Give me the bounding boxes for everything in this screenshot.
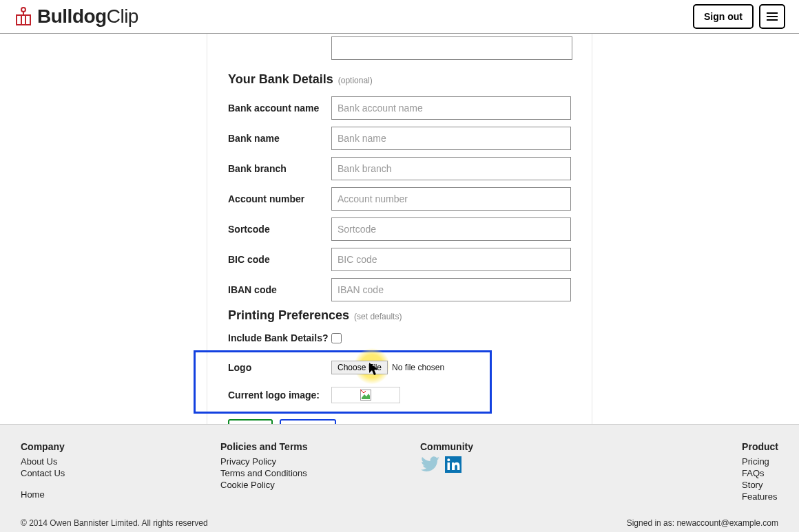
sign-out-button[interactable]: Sign out <box>693 4 754 29</box>
footer-product-heading: Product <box>742 441 778 452</box>
main-content: Your Bank Details (optional) Bank accoun… <box>0 34 799 457</box>
svg-point-7 <box>447 458 450 461</box>
prev-field-input[interactable] <box>331 36 572 60</box>
header: BulldogClip Sign out <box>0 0 799 34</box>
settings-card: Your Bank Details (optional) Bank accoun… <box>207 34 592 457</box>
footer-policies-heading: Policies and Terms <box>220 441 420 452</box>
input-bank-branch[interactable] <box>331 157 571 180</box>
label-sortcode: Sortcode <box>228 224 331 235</box>
footer-link-terms[interactable]: Terms and Conditions <box>220 468 420 478</box>
footer-link-home[interactable]: Home <box>21 489 220 500</box>
svg-rect-1 <box>17 15 21 25</box>
brand-light: Clip <box>107 6 138 28</box>
brand-logo[interactable]: BulldogClip <box>14 6 138 28</box>
footer-link-features[interactable]: Features <box>742 491 778 502</box>
copyright-text: © 2014 Owen Bannister Limited. All right… <box>21 518 208 528</box>
footer-community-heading: Community <box>420 441 620 452</box>
file-status-text: No file chosen <box>392 363 444 372</box>
printing-section-title: Printing Preferences (set defaults) <box>228 308 571 323</box>
printing-title-text: Printing Preferences <box>228 308 349 322</box>
label-current-logo: Current logo image: <box>228 390 331 401</box>
label-bank-account-name: Bank account name <box>228 103 331 114</box>
choose-file-button[interactable]: Choose File <box>331 361 388 374</box>
footer: Company About Us Contact Us Home Policie… <box>0 424 799 532</box>
svg-point-0 <box>21 8 25 12</box>
svg-rect-6 <box>448 462 450 470</box>
input-account-number[interactable] <box>331 187 571 211</box>
twitter-icon[interactable] <box>420 456 439 473</box>
label-bank-branch: Bank branch <box>228 163 331 174</box>
current-logo-image <box>331 387 400 403</box>
footer-link-story[interactable]: Story <box>742 480 778 490</box>
footer-col-policies: Policies and Terms Privacy Policy Terms … <box>220 441 420 503</box>
row-sortcode: Sortcode <box>228 217 571 241</box>
footer-col-community: Community <box>420 441 620 503</box>
footer-link-pricing[interactable]: Pricing <box>742 456 778 467</box>
input-bank-account-name[interactable] <box>331 96 571 120</box>
row-account-number: Account number <box>228 187 571 211</box>
hamburger-icon <box>767 12 778 21</box>
input-sortcode[interactable] <box>331 217 571 241</box>
menu-button[interactable] <box>759 4 785 29</box>
input-iban[interactable] <box>331 278 571 301</box>
label-iban: IBAN code <box>228 284 331 295</box>
footer-link-faqs[interactable]: FAQs <box>742 468 778 478</box>
header-actions: Sign out <box>693 4 785 29</box>
bank-title-hint: (optional) <box>338 76 373 85</box>
label-account-number: Account number <box>228 193 331 204</box>
footer-columns: Company About Us Contact Us Home Policie… <box>21 441 778 503</box>
checkbox-include-bank[interactable] <box>331 333 342 343</box>
footer-link-privacy[interactable]: Privacy Policy <box>220 456 420 467</box>
bank-title-text: Your Bank Details <box>228 72 333 86</box>
row-logo-upload: Logo Choose File No file chosen <box>228 361 490 374</box>
row-bank-branch: Bank branch <box>228 157 571 180</box>
bank-section-title: Your Bank Details (optional) <box>228 72 571 87</box>
input-bic[interactable] <box>331 248 571 271</box>
input-bank-name[interactable] <box>331 127 571 150</box>
social-icons <box>420 456 620 473</box>
row-current-logo: Current logo image: <box>228 387 490 403</box>
signed-in-text: Signed in as: newaccount@example.com <box>627 518 778 528</box>
label-bank-name: Bank name <box>228 133 331 144</box>
footer-bottom: © 2014 Owen Bannister Limited. All right… <box>21 518 778 528</box>
brand-bold: Bulldog <box>37 6 107 28</box>
svg-rect-3 <box>25 15 30 25</box>
row-bic: BIC code <box>228 248 571 271</box>
printing-title-hint: (set defaults) <box>354 312 402 321</box>
label-bic: BIC code <box>228 254 331 265</box>
file-chooser: Choose File No file chosen <box>331 361 444 374</box>
footer-col-product: Product Pricing FAQs Story Features <box>742 441 778 503</box>
linkedin-icon[interactable] <box>445 456 461 473</box>
footer-col-company: Company About Us Contact Us Home <box>21 441 220 503</box>
footer-link-contact[interactable]: Contact Us <box>21 468 220 478</box>
footer-link-about[interactable]: About Us <box>21 456 220 467</box>
bulldog-clip-icon <box>14 6 33 27</box>
footer-company-heading: Company <box>21 441 220 452</box>
row-include-bank: Include Bank Details? <box>228 332 571 343</box>
partial-prev-field <box>331 34 571 60</box>
footer-link-cookie[interactable]: Cookie Policy <box>220 480 420 490</box>
broken-image-icon <box>360 390 371 401</box>
row-bank-account-name: Bank account name <box>228 96 571 120</box>
row-bank-name: Bank name <box>228 127 571 150</box>
label-include-bank: Include Bank Details? <box>228 332 331 343</box>
label-logo: Logo <box>228 362 331 373</box>
row-iban: IBAN code <box>228 278 571 301</box>
highlight-annotation: Logo Choose File No file chosen Current … <box>194 350 492 414</box>
